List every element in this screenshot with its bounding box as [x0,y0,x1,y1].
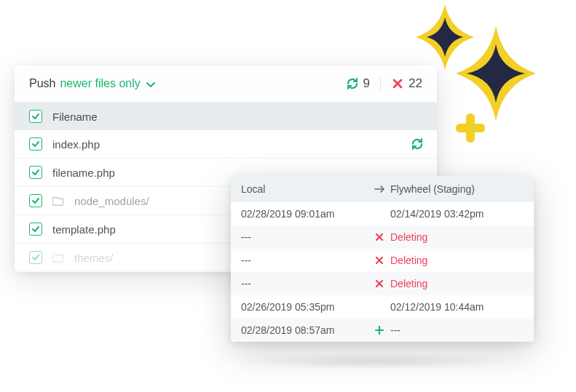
comparison-row: ---Deleting [231,272,534,295]
row-checkbox[interactable] [29,166,42,179]
popup-local-header: Local [241,183,368,195]
select-all-checkbox[interactable] [29,110,42,123]
divider [380,76,381,92]
local-timestamp: --- [241,255,368,266]
file-name: template.php [52,223,116,236]
comparison-row: ---Deleting [231,225,534,249]
remote-value: Deleting [390,231,524,243]
folder-icon [52,195,64,207]
chevron-down-icon [146,79,155,88]
folder-icon [52,252,64,263]
stats-group: 9 22 [346,76,422,92]
stat-delete-count: 22 [409,76,422,91]
arrow-right-icon [368,183,390,195]
column-header-filename: Filename [52,111,98,123]
push-filter-value: newer files only [60,77,154,90]
row-checkbox[interactable] [29,194,42,207]
comparison-row: 02/26/2019 05:35pm02/12/2019 10:44am [231,295,534,319]
row-checkbox[interactable] [29,137,42,151]
sync-icon [411,137,424,151]
table-row[interactable]: index.php [15,130,437,159]
local-timestamp: 02/26/2019 05:35pm [241,301,368,313]
x-icon [391,77,404,90]
column-header-row: Filename [15,103,437,130]
file-name: index.php [52,138,100,151]
file-name: filename.php [52,167,115,179]
x-icon [368,233,390,241]
stat-sync[interactable]: 9 [346,76,370,91]
stat-delete[interactable]: 22 [391,76,422,91]
stat-sync-count: 9 [363,76,370,91]
remote-value: 02/14/2019 03:42pm [390,208,524,220]
comparison-row: 02/28/2019 08:57am--- [231,319,534,342]
shadow-decoration [233,353,517,370]
comparison-row: 02/28/2019 09:01am02/14/2019 03:42pm [231,202,534,225]
local-timestamp: --- [241,278,368,289]
remote-value: --- [390,324,524,336]
x-icon [368,256,390,265]
remote-value: Deleting [390,255,524,266]
file-name: themes/ [74,252,113,264]
push-filter-text: newer files only [60,77,140,90]
remote-value: 02/12/2019 10:44am [390,301,524,313]
plus-icon [368,326,390,335]
remote-value: Deleting [390,278,524,289]
popup-remote-header: Flywheel (Staging) [390,183,524,195]
comparison-popup: Local Flywheel (Staging) 02/28/2019 09:0… [231,176,534,342]
sync-icon [346,77,359,90]
popup-header: Local Flywheel (Staging) [231,176,534,202]
local-timestamp: 02/28/2019 09:01am [241,208,368,220]
local-timestamp: 02/28/2019 08:57am [241,324,368,336]
panel-header: Push newer files only 9 22 [15,65,437,103]
local-timestamp: --- [241,231,368,243]
row-checkbox[interactable] [29,223,42,236]
row-checkbox[interactable] [29,251,42,264]
push-label: Push [29,77,55,90]
push-filter-dropdown[interactable]: Push newer files only [29,77,155,90]
x-icon [368,279,390,288]
comparison-row: ---Deleting [231,249,534,272]
file-name: node_modules/ [74,195,149,207]
